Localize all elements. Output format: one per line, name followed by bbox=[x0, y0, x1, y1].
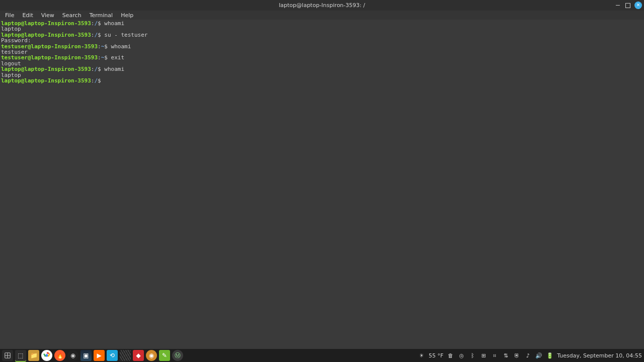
prompt-colon: : bbox=[98, 54, 101, 61]
trash-tray-icon[interactable]: 🗑 bbox=[446, 351, 454, 359]
red-app-icon[interactable]: ◆ bbox=[133, 350, 144, 361]
terminal-line: laptop@laptop-Inspiron-3593:/$ bbox=[1, 78, 643, 83]
tray-icon-b[interactable]: ⌗ bbox=[491, 351, 499, 359]
cmd-text: exit bbox=[111, 54, 125, 61]
volume-tray-icon[interactable]: 🔊 bbox=[535, 351, 543, 359]
clock-text[interactable]: Tuesday, September 10, 04:55 bbox=[557, 352, 642, 359]
weather-icon[interactable]: ☀ bbox=[418, 351, 426, 359]
terminal-line: laptop@laptop-Inspiron-3593:/$ whoami bbox=[1, 66, 643, 72]
terminal-window: laptop@laptop-Inspiron-3593: / File Edit… bbox=[0, 0, 644, 362]
bluetooth-tray-icon[interactable]: ᛒ bbox=[468, 351, 476, 359]
prompt-sym: $ bbox=[98, 66, 101, 72]
menu-help[interactable]: Help bbox=[117, 11, 137, 20]
maximize-button[interactable] bbox=[624, 2, 631, 9]
terminal-line: laptop@laptop-Inspiron-3593:/$ su - test… bbox=[1, 32, 643, 38]
stripes-app-icon[interactable] bbox=[120, 350, 131, 361]
media-app-icon[interactable]: ▶ bbox=[94, 350, 105, 361]
menu-view[interactable]: View bbox=[37, 11, 58, 20]
cmd-text: whoami bbox=[104, 20, 124, 27]
prompt-sym: $ bbox=[98, 32, 101, 38]
menu-terminal[interactable]: Terminal bbox=[86, 11, 117, 20]
titlebar: laptop@laptop-Inspiron-3593: / bbox=[0, 0, 644, 11]
battery-tray-icon[interactable]: 🔋 bbox=[546, 351, 554, 359]
terminal-body[interactable]: laptop@laptop-Inspiron-3593:/$ whoami la… bbox=[0, 20, 644, 349]
prompt-sym: $ bbox=[98, 77, 101, 84]
menubar: File Edit View Search Terminal Help bbox=[0, 11, 644, 20]
cmd-text: whoami bbox=[104, 66, 124, 72]
terminal-line: laptop@laptop-Inspiron-3593:/$ whoami bbox=[1, 21, 643, 26]
svg-point-2 bbox=[45, 354, 48, 356]
taskbar: ⬚ 📁 🔥 ◉ ▣ ▶ ⟲ ◆ ◉ ✎ Ⓜ ☀ 55 °F 🗑 ◎ ᛒ ⊞ ⌗ … bbox=[0, 349, 644, 362]
prompt-sym: $ bbox=[104, 43, 108, 50]
terminal-line: testuser@laptop-Inspiron-3593:~$ whoami bbox=[1, 44, 643, 49]
mint-menu-icon[interactable]: Ⓜ bbox=[172, 350, 183, 361]
menu-edit[interactable]: Edit bbox=[18, 11, 37, 20]
veyon-app-icon[interactable]: ⟲ bbox=[107, 350, 118, 361]
green-app-icon[interactable]: ✎ bbox=[159, 350, 170, 361]
prompt-colon: : bbox=[98, 43, 101, 50]
taskbar-tray: ☀ 55 °F 🗑 ◎ ᛒ ⊞ ⌗ ⇅ ⛨ ♪ 🔊 🔋 Tuesday, Sep… bbox=[418, 351, 642, 359]
terminal-app-icon[interactable]: ⬚ bbox=[15, 350, 26, 361]
terminal-line: testuser@laptop-Inspiron-3593:~$ exit bbox=[1, 55, 643, 60]
network-tray-icon[interactable]: ⇅ bbox=[502, 351, 510, 359]
steam-app-icon[interactable]: ◉ bbox=[67, 350, 78, 361]
firefox-app-icon[interactable]: 🔥 bbox=[54, 350, 65, 361]
start-menu-icon[interactable] bbox=[2, 350, 13, 361]
window-title: laptop@laptop-Inspiron-3593: / bbox=[279, 2, 365, 9]
close-button[interactable] bbox=[634, 2, 642, 9]
record-tray-icon[interactable]: ◎ bbox=[457, 351, 465, 359]
shield-tray-icon[interactable]: ⛨ bbox=[513, 351, 521, 359]
menu-search[interactable]: Search bbox=[58, 11, 86, 20]
cmd-text: su - testuser bbox=[104, 32, 147, 38]
menu-file[interactable]: File bbox=[1, 11, 18, 20]
orange-app-icon[interactable]: ◉ bbox=[146, 350, 157, 361]
prompt-sym: $ bbox=[98, 20, 101, 27]
steam2-app-icon[interactable]: ▣ bbox=[80, 350, 92, 361]
prompt-user: laptop@laptop-Inspiron-3593 bbox=[1, 77, 91, 84]
music-tray-icon[interactable]: ♪ bbox=[524, 351, 532, 359]
chrome-app-icon[interactable] bbox=[41, 350, 52, 361]
window-controls bbox=[614, 0, 642, 11]
tray-icon-a[interactable]: ⊞ bbox=[479, 351, 488, 359]
files-app-icon[interactable]: 📁 bbox=[28, 350, 39, 361]
minimize-button[interactable] bbox=[614, 2, 621, 9]
cmd-text: whoami bbox=[111, 43, 131, 50]
taskbar-apps: ⬚ 📁 🔥 ◉ ▣ ▶ ⟲ ◆ ◉ ✎ Ⓜ bbox=[2, 350, 183, 361]
temperature-text[interactable]: 55 °F bbox=[429, 352, 443, 359]
prompt-sym: $ bbox=[104, 54, 108, 61]
